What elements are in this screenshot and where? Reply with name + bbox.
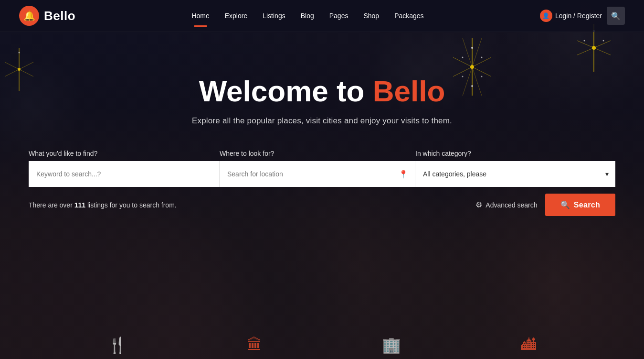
- nav-item-shop[interactable]: Shop: [356, 11, 387, 20]
- location-label: Where to look for?: [220, 150, 415, 157]
- nav-menu: Home Explore Listings Blog Pages Shop Pa…: [184, 11, 431, 20]
- museum-icon: 🏛: [247, 336, 262, 354]
- listing-count-prefix: There are over: [29, 201, 74, 209]
- listing-count-suffix: listings for you to search from.: [85, 201, 177, 209]
- search-actions: ⚙ Advanced search 🔍 Search: [475, 194, 615, 216]
- search-labels: What you'd like to find? Where to look f…: [29, 150, 615, 157]
- login-button[interactable]: 👤 Login / Register: [540, 10, 602, 22]
- building-icon: 🏢: [382, 336, 401, 354]
- search-section: What you'd like to find? Where to look f…: [0, 150, 644, 216]
- hero-title-brand: Bello: [373, 75, 445, 108]
- category-select[interactable]: All categories, please Restaurants Hotel…: [415, 161, 605, 187]
- category-select-wrap: All categories, please Restaurants Hotel…: [415, 161, 615, 187]
- hero-title: Welcome to Bello: [199, 75, 445, 108]
- nav-link-explore[interactable]: Explore: [217, 8, 255, 23]
- keyword-label: What you'd like to find?: [29, 150, 220, 157]
- advanced-search-label: Advanced search: [486, 201, 537, 209]
- nav-link-listings[interactable]: Listings: [255, 8, 293, 23]
- nav-link-home[interactable]: Home: [184, 8, 217, 23]
- search-bottom-row: There are over 111 listings for you to s…: [29, 194, 615, 216]
- search-inputs-row: 📍 All categories, please Restaurants Hot…: [29, 161, 615, 187]
- nav-item-blog[interactable]: Blog: [293, 11, 322, 20]
- nav-link-blog[interactable]: Blog: [293, 8, 322, 23]
- user-icon: 👤: [540, 10, 552, 22]
- advanced-search-button[interactable]: ⚙ Advanced search: [475, 200, 537, 209]
- hero-section: Welcome to Bello Explore all the popular…: [0, 32, 644, 150]
- logo-link[interactable]: 🔔 Bello: [19, 6, 75, 26]
- location-input-wrap: 📍: [220, 161, 415, 187]
- search-icon: 🔍: [611, 11, 621, 21]
- navbar: 🔔 Bello Home Explore Listings Blog Pages…: [0, 0, 644, 32]
- login-label: Login / Register: [555, 12, 602, 20]
- nav-search-button[interactable]: 🔍: [607, 7, 625, 25]
- nav-link-shop[interactable]: Shop: [356, 8, 387, 23]
- city-icon: 🏙: [521, 336, 536, 354]
- nav-item-pages[interactable]: Pages: [322, 11, 356, 20]
- keyword-input[interactable]: [29, 161, 219, 187]
- location-input[interactable]: [220, 161, 399, 187]
- sliders-icon: ⚙: [475, 200, 482, 209]
- nav-link-packages[interactable]: Packages: [387, 8, 431, 23]
- category-label: In which category?: [415, 150, 615, 157]
- search-button[interactable]: 🔍 Search: [545, 194, 615, 216]
- search-button-label: Search: [574, 201, 600, 209]
- nav-item-explore[interactable]: Explore: [217, 11, 255, 20]
- logo-icon: 🔔: [19, 6, 39, 26]
- listing-count-number: 111: [74, 201, 85, 209]
- bottom-category-icons: 🍴 🏛 🏢 🏙: [0, 336, 644, 359]
- keyword-input-wrap: [29, 161, 220, 187]
- nav-link-pages[interactable]: Pages: [322, 8, 356, 23]
- nav-right: 👤 Login / Register 🔍: [540, 7, 625, 25]
- location-pin-icon: 📍: [399, 170, 415, 179]
- hero-subtitle: Explore all the popular places, visit ci…: [192, 116, 452, 126]
- restaurant-icon: 🍴: [108, 336, 127, 354]
- listing-count-text: There are over 111 listings for you to s…: [29, 201, 177, 209]
- nav-item-home[interactable]: Home: [184, 11, 217, 20]
- nav-item-listings[interactable]: Listings: [255, 11, 293, 20]
- hero-title-start: Welcome to: [199, 75, 373, 108]
- chevron-down-icon: ▾: [605, 170, 615, 178]
- brand-name: Bello: [44, 9, 75, 23]
- search-button-icon: 🔍: [560, 200, 570, 209]
- nav-item-packages[interactable]: Packages: [387, 11, 431, 20]
